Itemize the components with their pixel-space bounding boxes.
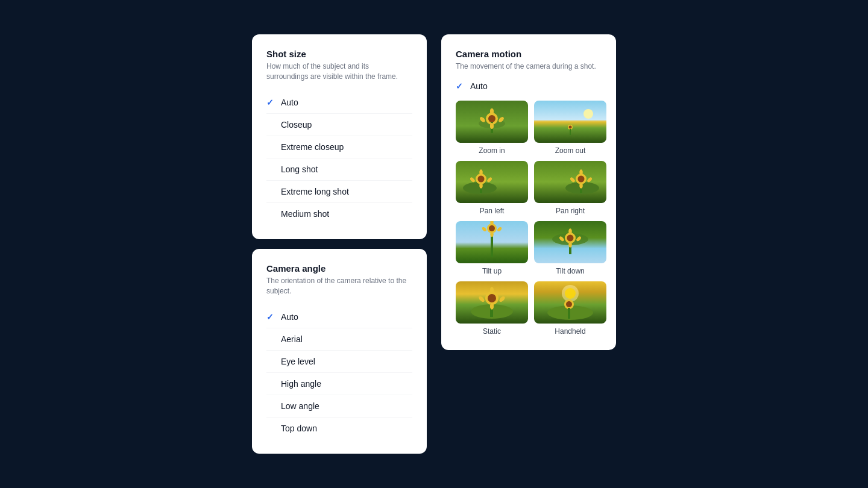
motion-label-zoom-in: Zoom in xyxy=(479,146,505,155)
svg-point-3 xyxy=(488,115,495,122)
motion-item-handheld[interactable]: Handheld xyxy=(534,281,606,336)
svg-point-54 xyxy=(491,232,494,237)
camera-angle-option-auto[interactable]: ✓Auto xyxy=(266,306,412,328)
camera-motion-description: The movement of the camera during a shot… xyxy=(456,61,602,72)
motion-label-static: Static xyxy=(483,327,501,336)
camera-angle-options: ✓AutoAerialEye levelHigh angleLow angleT… xyxy=(266,306,412,439)
shot-size-options: ✓AutoCloseupExtreme closeupLong shotExtr… xyxy=(266,92,412,225)
shot-size-option-medium-shot[interactable]: Medium shot xyxy=(266,203,412,225)
camera-angle-option-high-angle[interactable]: High angle xyxy=(266,373,412,395)
motion-label-pan-left: Pan left xyxy=(480,207,505,215)
motion-img-pan-right xyxy=(534,161,606,203)
camera-angle-option-eye-level[interactable]: Eye level xyxy=(266,351,412,373)
svg-point-29 xyxy=(480,183,483,189)
shot-size-option-auto[interactable]: ✓Auto xyxy=(266,92,412,114)
motion-img-pan-left xyxy=(456,161,528,203)
motion-label-pan-right: Pan right xyxy=(556,207,585,215)
checkmark-icon: ✓ xyxy=(266,98,276,107)
svg-point-21 xyxy=(478,176,485,183)
motion-img-zoom-in xyxy=(456,101,528,143)
camera-angle-card: Camera angle The orientation of the came… xyxy=(252,249,427,454)
svg-point-34 xyxy=(578,176,585,183)
left-column: Shot size How much of the subject and it… xyxy=(252,34,427,453)
shot-size-description: How much of the subject and its surround… xyxy=(266,61,412,82)
svg-rect-13 xyxy=(534,101,606,143)
motion-img-zoom-out xyxy=(534,101,606,143)
svg-point-42 xyxy=(580,183,583,189)
svg-point-16 xyxy=(569,126,572,129)
motion-item-zoom-in[interactable]: Zoom in xyxy=(456,101,528,155)
motion-item-zoom-out[interactable]: Zoom out xyxy=(534,101,606,155)
svg-point-87 xyxy=(566,301,572,307)
motion-img-tilt-up xyxy=(456,221,528,263)
svg-point-9 xyxy=(490,108,494,114)
camera-motion-card: Camera motion The movement of the camera… xyxy=(441,34,616,350)
camera-angle-option-aerial[interactable]: Aerial xyxy=(266,328,412,351)
svg-point-11 xyxy=(490,123,494,129)
shot-size-option-long-shot[interactable]: Long shot xyxy=(266,158,412,181)
shot-size-title: Shot size xyxy=(266,49,412,59)
motion-label-tilt-up: Tilt up xyxy=(482,267,502,275)
motion-img-static xyxy=(456,281,528,324)
checkmark-icon: ✓ xyxy=(266,312,276,322)
svg-point-85 xyxy=(565,288,576,299)
camera-motion-auto-row[interactable]: ✓ Auto xyxy=(456,81,602,91)
main-layout: Shot size How much of the subject and it… xyxy=(252,34,616,453)
svg-point-65 xyxy=(569,229,572,234)
camera-motion-title: Camera motion xyxy=(456,49,602,59)
motion-item-tilt-down[interactable]: Tilt down xyxy=(534,221,606,275)
svg-rect-31 xyxy=(534,161,606,203)
motion-item-static[interactable]: Static xyxy=(456,281,528,336)
camera-motion-auto-label: Auto xyxy=(470,81,488,91)
svg-point-80 xyxy=(490,303,494,310)
motion-item-pan-left[interactable]: Pan left xyxy=(456,161,528,215)
svg-point-27 xyxy=(480,170,483,175)
camera-angle-title: Camera angle xyxy=(266,263,412,274)
svg-point-78 xyxy=(490,287,494,294)
motion-item-tilt-up[interactable]: Tilt up xyxy=(456,221,528,275)
svg-rect-88 xyxy=(568,308,570,319)
svg-point-59 xyxy=(567,235,574,242)
camera-motion-grid: Zoom in Zoom out Pan left xyxy=(456,101,602,336)
camera-angle-option-top-down[interactable]: Top down xyxy=(266,418,412,439)
motion-img-tilt-down xyxy=(534,221,606,263)
svg-point-40 xyxy=(580,170,583,175)
auto-checkmark: ✓ xyxy=(456,81,465,91)
shot-size-option-extreme-long-shot[interactable]: Extreme long shot xyxy=(266,181,412,203)
motion-label-zoom-out: Zoom out xyxy=(555,146,586,155)
svg-point-72 xyxy=(488,294,496,302)
camera-angle-description: The orientation of the camera relative t… xyxy=(266,276,412,296)
motion-label-tilt-down: Tilt down xyxy=(556,267,585,275)
shot-size-card: Shot size How much of the subject and it… xyxy=(252,34,427,239)
motion-item-pan-right[interactable]: Pan right xyxy=(534,161,606,215)
svg-rect-18 xyxy=(456,161,528,203)
motion-label-handheld: Handheld xyxy=(555,327,585,336)
svg-rect-17 xyxy=(570,129,571,135)
shot-size-option-closeup[interactable]: Closeup xyxy=(266,114,412,136)
svg-point-47 xyxy=(489,225,495,231)
motion-img-handheld xyxy=(534,281,606,324)
svg-point-14 xyxy=(583,109,593,119)
svg-point-67 xyxy=(569,242,572,248)
camera-angle-option-low-angle[interactable]: Low angle xyxy=(266,395,412,418)
shot-size-option-extreme-closeup[interactable]: Extreme closeup xyxy=(266,136,412,158)
